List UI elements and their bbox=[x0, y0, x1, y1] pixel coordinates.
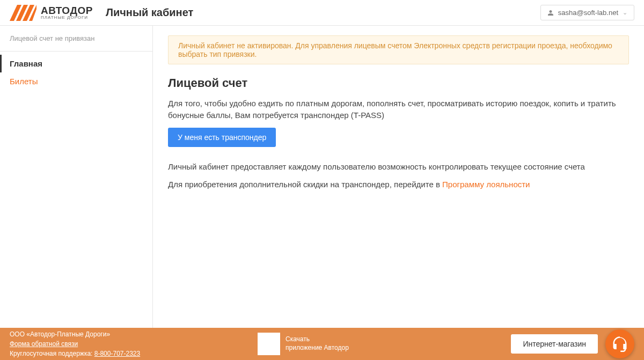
footer-download: Скачать приложение Автодор bbox=[258, 333, 349, 355]
footer: ООО «Автодор-Платные Дороги» Форма обрат… bbox=[0, 328, 644, 360]
main-content: Личный кабинет не активирован. Для управ… bbox=[153, 26, 644, 328]
sidebar: Лицевой счет не привязан Главная Билеты bbox=[0, 26, 153, 328]
sidebar-item-main[interactable]: Главная bbox=[0, 55, 152, 72]
header: АВТОДОР ПЛАТНЫЕ ДОРОГИ Личный кабинет sa… bbox=[0, 0, 644, 26]
company-name: ООО «Автодор-Платные Дороги» bbox=[10, 329, 140, 339]
nav: Главная Билеты bbox=[0, 52, 152, 90]
download-line1: Скачать bbox=[286, 335, 349, 344]
support-phone-link[interactable]: 8-800-707-2323 bbox=[94, 350, 140, 357]
user-email: sasha@soft-lab.net bbox=[558, 9, 618, 17]
body: Лицевой счет не привязан Главная Билеты … bbox=[0, 26, 644, 328]
user-icon bbox=[547, 10, 554, 16]
logo-line1: АВТОДОР bbox=[41, 5, 93, 16]
discount-prefix: Для приобретения дополнительной скидки н… bbox=[168, 180, 442, 189]
section-heading: Лицевой счет bbox=[168, 76, 629, 90]
sidebar-item-tickets[interactable]: Билеты bbox=[0, 72, 152, 90]
activation-alert: Личный кабинет не активирован. Для управ… bbox=[168, 35, 629, 64]
feedback-link[interactable]: Форма обратной связи bbox=[10, 340, 78, 348]
logo-icon bbox=[10, 5, 36, 21]
shop-button[interactable]: Интернет-магазин bbox=[511, 334, 598, 354]
footer-right: Интернет-магазин bbox=[511, 329, 634, 358]
qr-code-icon[interactable] bbox=[258, 333, 280, 355]
logo-line2: ПЛАТНЫЕ ДОРОГИ bbox=[41, 16, 93, 20]
have-transponder-button[interactable]: У меня есть транспондер bbox=[168, 128, 276, 147]
logo-text: АВТОДОР ПЛАТНЫЕ ДОРОГИ bbox=[41, 5, 93, 20]
account-status-text: Лицевой счет не привязан bbox=[0, 26, 152, 52]
page-title: Личный кабинет bbox=[106, 6, 193, 19]
footer-left: ООО «Автодор-Платные Дороги» Форма обрат… bbox=[10, 329, 140, 358]
download-line2: приложение Автодор bbox=[286, 344, 349, 352]
user-menu[interactable]: sasha@soft-lab.net ⌄ bbox=[540, 5, 634, 20]
logo[interactable]: АВТОДОР ПЛАТНЫЕ ДОРОГИ bbox=[10, 5, 93, 21]
discount-paragraph: Для приобретения дополнительной скидки н… bbox=[168, 179, 629, 190]
description-paragraph: Личный кабинет предоставляет каждому пол… bbox=[168, 161, 629, 173]
support-fab[interactable] bbox=[605, 329, 634, 358]
loyalty-program-link[interactable]: Программу лояльности bbox=[442, 180, 530, 189]
support-prefix: Круглосуточная поддержка: bbox=[10, 350, 94, 357]
chevron-down-icon: ⌄ bbox=[623, 9, 627, 16]
download-text: Скачать приложение Автодор bbox=[286, 335, 349, 352]
intro-paragraph: Для того, чтобы удобно ездить по платным… bbox=[168, 98, 629, 121]
headset-icon bbox=[612, 336, 628, 352]
